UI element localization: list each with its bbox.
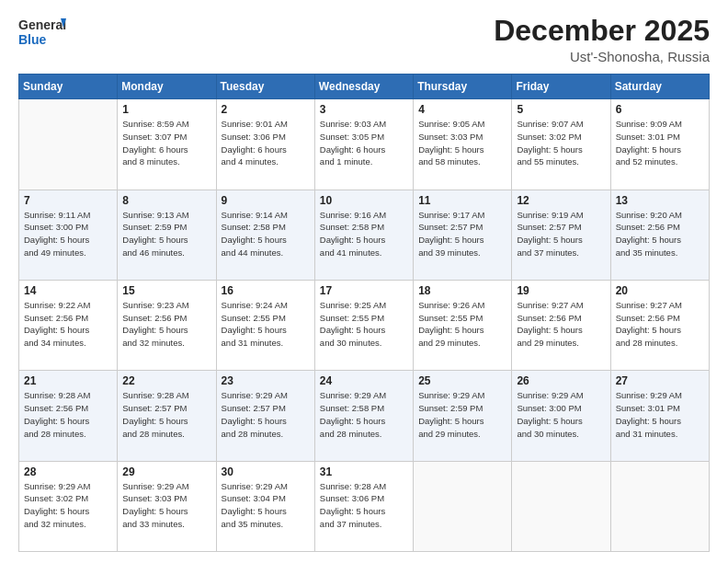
calendar-cell: 22Sunrise: 9:28 AM Sunset: 2:57 PM Dayli… [118,371,216,461]
day-info: Sunrise: 9:29 AM Sunset: 2:58 PM Dayligh… [320,389,408,440]
day-number: 11 [418,194,506,207]
logo: GeneralBlue [18,15,66,48]
calendar-header-row: SundayMondayTuesdayWednesdayThursdayFrid… [19,75,710,99]
calendar-cell [610,461,709,551]
day-number: 16 [222,284,310,297]
calendar-cell [19,99,118,190]
day-info: Sunrise: 9:17 AM Sunset: 2:57 PM Dayligh… [418,209,506,259]
calendar-cell: 27Sunrise: 9:29 AM Sunset: 3:01 PM Dayli… [610,371,709,461]
day-info: Sunrise: 9:24 AM Sunset: 2:55 PM Dayligh… [222,299,310,350]
day-number: 23 [222,374,310,387]
calendar-cell: 8Sunrise: 9:13 AM Sunset: 2:59 PM Daylig… [118,190,216,280]
day-info: Sunrise: 9:29 AM Sunset: 2:57 PM Dayligh… [222,389,310,440]
calendar-cell: 26Sunrise: 9:29 AM Sunset: 3:00 PM Dayli… [512,371,610,461]
day-number: 19 [517,284,605,297]
calendar-week-row: 1Sunrise: 8:59 AM Sunset: 3:07 PM Daylig… [19,99,710,190]
calendar-cell: 21Sunrise: 9:28 AM Sunset: 2:56 PM Dayli… [19,371,118,461]
day-number: 30 [222,465,310,478]
day-info: Sunrise: 9:16 AM Sunset: 2:58 PM Dayligh… [320,209,408,259]
day-number: 3 [320,103,408,116]
day-info: Sunrise: 9:27 AM Sunset: 2:56 PM Dayligh… [517,299,605,350]
day-number: 27 [616,374,704,387]
calendar-cell: 1Sunrise: 8:59 AM Sunset: 3:07 PM Daylig… [118,99,216,190]
day-number: 6 [616,103,704,116]
calendar-week-row: 7Sunrise: 9:11 AM Sunset: 3:00 PM Daylig… [19,190,710,280]
calendar-week-row: 28Sunrise: 9:29 AM Sunset: 3:02 PM Dayli… [19,461,710,551]
day-number: 5 [517,103,605,116]
title-month: December 2025 [494,15,710,47]
calendar-table: SundayMondayTuesdayWednesdayThursdayFrid… [18,74,710,552]
day-info: Sunrise: 9:26 AM Sunset: 2:55 PM Dayligh… [418,299,506,350]
calendar-cell: 23Sunrise: 9:29 AM Sunset: 2:57 PM Dayli… [216,371,314,461]
day-number: 7 [24,194,112,207]
calendar-cell [512,461,610,551]
title-location: Ust'-Shonosha, Russia [494,49,710,64]
calendar-cell: 13Sunrise: 9:20 AM Sunset: 2:56 PM Dayli… [610,190,709,280]
day-info: Sunrise: 9:01 AM Sunset: 3:06 PM Dayligh… [222,118,310,168]
day-number: 29 [122,465,210,478]
calendar-cell: 11Sunrise: 9:17 AM Sunset: 2:57 PM Dayli… [414,190,512,280]
calendar-cell: 5Sunrise: 9:07 AM Sunset: 3:02 PM Daylig… [512,99,610,190]
day-info: Sunrise: 9:29 AM Sunset: 3:02 PM Dayligh… [24,480,112,531]
day-info: Sunrise: 9:03 AM Sunset: 3:05 PM Dayligh… [320,118,408,168]
logo-svg: GeneralBlue [18,15,66,48]
day-number: 15 [122,284,210,297]
day-info: Sunrise: 9:20 AM Sunset: 2:56 PM Dayligh… [616,209,704,259]
day-info: Sunrise: 9:09 AM Sunset: 3:01 PM Dayligh… [616,118,704,168]
calendar-cell [414,461,512,551]
day-number: 10 [320,194,408,207]
day-info: Sunrise: 9:29 AM Sunset: 3:03 PM Dayligh… [122,480,210,531]
day-number: 17 [320,284,408,297]
calendar-cell: 18Sunrise: 9:26 AM Sunset: 2:55 PM Dayli… [414,280,512,370]
calendar-week-row: 14Sunrise: 9:22 AM Sunset: 2:56 PM Dayli… [19,280,710,370]
header: GeneralBlue December 2025 Ust'-Shonosha,… [18,15,710,64]
day-info: Sunrise: 9:29 AM Sunset: 3:00 PM Dayligh… [517,389,605,440]
calendar-cell: 14Sunrise: 9:22 AM Sunset: 2:56 PM Dayli… [19,280,118,370]
col-header-monday: Monday [118,75,216,99]
calendar-cell: 28Sunrise: 9:29 AM Sunset: 3:02 PM Dayli… [19,461,118,551]
calendar-cell: 10Sunrise: 9:16 AM Sunset: 2:58 PM Dayli… [314,190,413,280]
col-header-thursday: Thursday [414,75,512,99]
calendar-cell: 20Sunrise: 9:27 AM Sunset: 2:56 PM Dayli… [610,280,709,370]
calendar-cell: 29Sunrise: 9:29 AM Sunset: 3:03 PM Dayli… [118,461,216,551]
title-block: December 2025 Ust'-Shonosha, Russia [494,15,710,64]
calendar-cell: 15Sunrise: 9:23 AM Sunset: 2:56 PM Dayli… [118,280,216,370]
calendar-cell: 24Sunrise: 9:29 AM Sunset: 2:58 PM Dayli… [314,371,413,461]
day-number: 26 [517,374,605,387]
day-number: 31 [320,465,408,478]
day-info: Sunrise: 9:14 AM Sunset: 2:58 PM Dayligh… [222,209,310,259]
day-number: 9 [222,194,310,207]
day-number: 24 [320,374,408,387]
day-info: Sunrise: 9:29 AM Sunset: 3:04 PM Dayligh… [222,480,310,531]
day-info: Sunrise: 8:59 AM Sunset: 3:07 PM Dayligh… [122,118,210,168]
day-info: Sunrise: 9:29 AM Sunset: 2:59 PM Dayligh… [418,389,506,440]
day-number: 21 [24,374,112,387]
day-info: Sunrise: 9:22 AM Sunset: 2:56 PM Dayligh… [24,299,112,350]
day-info: Sunrise: 9:05 AM Sunset: 3:03 PM Dayligh… [418,118,506,168]
day-info: Sunrise: 9:19 AM Sunset: 2:57 PM Dayligh… [517,209,605,259]
day-number: 25 [418,374,506,387]
day-info: Sunrise: 9:13 AM Sunset: 2:59 PM Dayligh… [122,209,210,259]
calendar-cell: 12Sunrise: 9:19 AM Sunset: 2:57 PM Dayli… [512,190,610,280]
day-number: 4 [418,103,506,116]
calendar-cell: 7Sunrise: 9:11 AM Sunset: 3:00 PM Daylig… [19,190,118,280]
calendar-cell: 31Sunrise: 9:28 AM Sunset: 3:06 PM Dayli… [314,461,413,551]
day-info: Sunrise: 9:07 AM Sunset: 3:02 PM Dayligh… [517,118,605,168]
day-info: Sunrise: 9:11 AM Sunset: 3:00 PM Dayligh… [24,209,112,259]
col-header-saturday: Saturday [610,75,709,99]
day-number: 14 [24,284,112,297]
day-info: Sunrise: 9:23 AM Sunset: 2:56 PM Dayligh… [122,299,210,350]
day-info: Sunrise: 9:27 AM Sunset: 2:56 PM Dayligh… [616,299,704,350]
calendar-cell: 9Sunrise: 9:14 AM Sunset: 2:58 PM Daylig… [216,190,314,280]
calendar-cell: 6Sunrise: 9:09 AM Sunset: 3:01 PM Daylig… [610,99,709,190]
calendar-week-row: 21Sunrise: 9:28 AM Sunset: 2:56 PM Dayli… [19,371,710,461]
day-info: Sunrise: 9:28 AM Sunset: 3:06 PM Dayligh… [320,480,408,531]
col-header-friday: Friday [512,75,610,99]
calendar-cell: 25Sunrise: 9:29 AM Sunset: 2:59 PM Dayli… [414,371,512,461]
day-number: 12 [517,194,605,207]
day-number: 28 [24,465,112,478]
calendar-cell: 3Sunrise: 9:03 AM Sunset: 3:05 PM Daylig… [314,99,413,190]
day-number: 13 [616,194,704,207]
calendar-cell: 2Sunrise: 9:01 AM Sunset: 3:06 PM Daylig… [216,99,314,190]
day-number: 18 [418,284,506,297]
